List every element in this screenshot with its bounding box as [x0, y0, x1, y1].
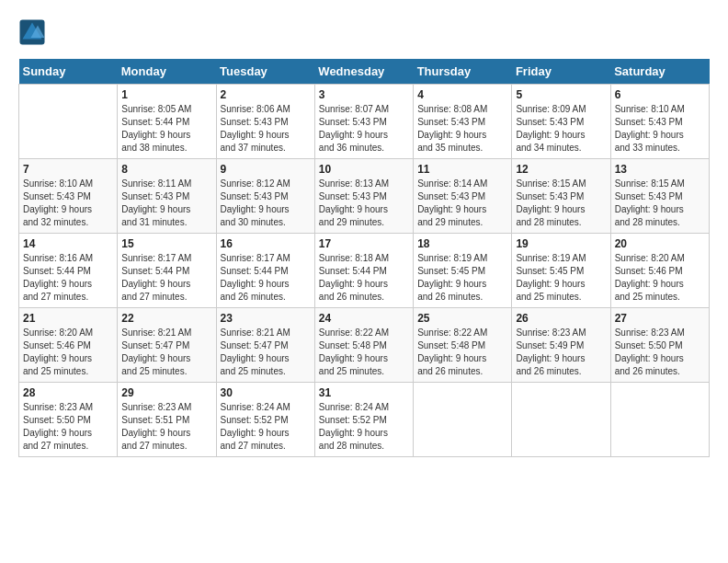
calendar-cell: 20Sunrise: 8:20 AM Sunset: 5:46 PM Dayli…: [610, 234, 709, 308]
calendar-cell: [610, 383, 709, 457]
calendar-week-row: 14Sunrise: 8:16 AM Sunset: 5:44 PM Dayli…: [19, 234, 710, 308]
top-section: [18, 18, 710, 50]
day-info: Sunrise: 8:08 AM Sunset: 5:43 PM Dayligh…: [417, 103, 507, 155]
day-number: 3: [319, 88, 409, 101]
day-number: 21: [23, 312, 113, 325]
calendar-header-cell: Monday: [118, 59, 216, 85]
day-number: 20: [615, 237, 705, 250]
calendar-cell: [414, 383, 512, 457]
day-info: Sunrise: 8:06 AM Sunset: 5:43 PM Dayligh…: [221, 103, 311, 155]
day-number: 19: [516, 237, 606, 250]
calendar-week-row: 1Sunrise: 8:05 AM Sunset: 5:44 PM Daylig…: [19, 85, 710, 159]
day-info: Sunrise: 8:12 AM Sunset: 5:43 PM Dayligh…: [221, 178, 311, 229]
calendar-cell: 28Sunrise: 8:23 AM Sunset: 5:50 PM Dayli…: [19, 383, 118, 457]
calendar-header: SundayMondayTuesdayWednesdayThursdayFrid…: [19, 59, 710, 85]
calendar-header-row: SundayMondayTuesdayWednesdayThursdayFrid…: [19, 59, 710, 85]
day-number: 22: [121, 312, 211, 325]
day-info: Sunrise: 8:24 AM Sunset: 5:52 PM Dayligh…: [221, 401, 311, 453]
day-number: 11: [417, 163, 507, 176]
day-info: Sunrise: 8:23 AM Sunset: 5:49 PM Dayligh…: [516, 327, 606, 378]
calendar-cell: 7Sunrise: 8:10 AM Sunset: 5:43 PM Daylig…: [19, 159, 118, 234]
calendar-cell: 19Sunrise: 8:19 AM Sunset: 5:45 PM Dayli…: [512, 234, 610, 308]
day-info: Sunrise: 8:17 AM Sunset: 5:44 PM Dayligh…: [121, 252, 211, 304]
day-number: 14: [23, 237, 113, 250]
day-info: Sunrise: 8:20 AM Sunset: 5:46 PM Dayligh…: [23, 327, 113, 378]
calendar-cell: 21Sunrise: 8:20 AM Sunset: 5:46 PM Dayli…: [19, 308, 118, 383]
day-info: Sunrise: 8:17 AM Sunset: 5:44 PM Dayligh…: [221, 252, 311, 304]
day-number: 30: [221, 386, 311, 399]
calendar-cell: 6Sunrise: 8:10 AM Sunset: 5:43 PM Daylig…: [610, 85, 709, 159]
calendar-cell: 31Sunrise: 8:24 AM Sunset: 5:52 PM Dayli…: [314, 383, 413, 457]
day-number: 24: [319, 312, 409, 325]
day-info: Sunrise: 8:23 AM Sunset: 5:50 PM Dayligh…: [615, 327, 705, 378]
day-info: Sunrise: 8:23 AM Sunset: 5:51 PM Dayligh…: [121, 401, 211, 453]
day-info: Sunrise: 8:16 AM Sunset: 5:44 PM Dayligh…: [23, 252, 113, 304]
calendar-cell: 27Sunrise: 8:23 AM Sunset: 5:50 PM Dayli…: [610, 308, 709, 383]
day-info: Sunrise: 8:09 AM Sunset: 5:43 PM Dayligh…: [516, 103, 606, 155]
day-number: 28: [23, 386, 113, 399]
calendar-cell: 25Sunrise: 8:22 AM Sunset: 5:48 PM Dayli…: [414, 308, 512, 383]
calendar-cell: 24Sunrise: 8:22 AM Sunset: 5:48 PM Dayli…: [314, 308, 413, 383]
day-number: 6: [615, 88, 705, 101]
day-info: Sunrise: 8:18 AM Sunset: 5:44 PM Dayligh…: [319, 252, 409, 304]
calendar-cell: 23Sunrise: 8:21 AM Sunset: 5:47 PM Dayli…: [216, 308, 314, 383]
day-number: 31: [319, 386, 409, 399]
calendar-week-row: 28Sunrise: 8:23 AM Sunset: 5:50 PM Dayli…: [19, 383, 710, 457]
calendar-header-cell: Wednesday: [314, 59, 413, 85]
day-info: Sunrise: 8:13 AM Sunset: 5:43 PM Dayligh…: [319, 178, 409, 229]
calendar-table: SundayMondayTuesdayWednesdayThursdayFrid…: [18, 59, 710, 457]
calendar-body: 1Sunrise: 8:05 AM Sunset: 5:44 PM Daylig…: [19, 85, 710, 457]
logo-icon: [18, 18, 46, 46]
day-number: 15: [121, 237, 211, 250]
day-info: Sunrise: 8:15 AM Sunset: 5:43 PM Dayligh…: [516, 178, 606, 229]
calendar-header-cell: Sunday: [19, 59, 118, 85]
day-number: 1: [121, 88, 211, 101]
day-number: 23: [221, 312, 311, 325]
calendar-header-cell: Thursday: [414, 59, 512, 85]
calendar-cell: 14Sunrise: 8:16 AM Sunset: 5:44 PM Dayli…: [19, 234, 118, 308]
day-number: 27: [615, 312, 705, 325]
day-number: 18: [417, 237, 507, 250]
calendar-cell: 17Sunrise: 8:18 AM Sunset: 5:44 PM Dayli…: [314, 234, 413, 308]
day-number: 10: [319, 163, 409, 176]
day-number: 4: [417, 88, 507, 101]
day-info: Sunrise: 8:05 AM Sunset: 5:44 PM Dayligh…: [121, 103, 211, 155]
calendar-cell: 18Sunrise: 8:19 AM Sunset: 5:45 PM Dayli…: [414, 234, 512, 308]
day-number: 7: [23, 163, 113, 176]
day-info: Sunrise: 8:15 AM Sunset: 5:43 PM Dayligh…: [615, 178, 705, 229]
day-number: 5: [516, 88, 606, 101]
calendar-cell: 11Sunrise: 8:14 AM Sunset: 5:43 PM Dayli…: [414, 159, 512, 234]
day-info: Sunrise: 8:19 AM Sunset: 5:45 PM Dayligh…: [516, 252, 606, 304]
calendar-cell: 26Sunrise: 8:23 AM Sunset: 5:49 PM Dayli…: [512, 308, 610, 383]
calendar-cell: 3Sunrise: 8:07 AM Sunset: 5:43 PM Daylig…: [314, 85, 413, 159]
calendar-cell: 30Sunrise: 8:24 AM Sunset: 5:52 PM Dayli…: [216, 383, 314, 457]
calendar-week-row: 21Sunrise: 8:20 AM Sunset: 5:46 PM Dayli…: [19, 308, 710, 383]
calendar-cell: 16Sunrise: 8:17 AM Sunset: 5:44 PM Dayli…: [216, 234, 314, 308]
day-number: 25: [417, 312, 507, 325]
day-info: Sunrise: 8:11 AM Sunset: 5:43 PM Dayligh…: [121, 178, 211, 229]
calendar-cell: 2Sunrise: 8:06 AM Sunset: 5:43 PM Daylig…: [216, 85, 314, 159]
calendar-cell: 5Sunrise: 8:09 AM Sunset: 5:43 PM Daylig…: [512, 85, 610, 159]
calendar-cell: 1Sunrise: 8:05 AM Sunset: 5:44 PM Daylig…: [118, 85, 216, 159]
day-number: 17: [319, 237, 409, 250]
day-number: 26: [516, 312, 606, 325]
calendar-cell: [19, 85, 118, 159]
day-number: 8: [121, 163, 211, 176]
day-info: Sunrise: 8:10 AM Sunset: 5:43 PM Dayligh…: [615, 103, 705, 155]
logo: [18, 18, 50, 46]
day-number: 29: [121, 386, 211, 399]
day-number: 12: [516, 163, 606, 176]
calendar-header-cell: Saturday: [610, 59, 709, 85]
day-info: Sunrise: 8:22 AM Sunset: 5:48 PM Dayligh…: [417, 327, 507, 378]
day-number: 2: [221, 88, 311, 101]
calendar-cell: 9Sunrise: 8:12 AM Sunset: 5:43 PM Daylig…: [216, 159, 314, 234]
calendar-cell: [512, 383, 610, 457]
day-info: Sunrise: 8:10 AM Sunset: 5:43 PM Dayligh…: [23, 178, 113, 229]
calendar-cell: 4Sunrise: 8:08 AM Sunset: 5:43 PM Daylig…: [414, 85, 512, 159]
calendar-cell: 15Sunrise: 8:17 AM Sunset: 5:44 PM Dayli…: [118, 234, 216, 308]
calendar-cell: 10Sunrise: 8:13 AM Sunset: 5:43 PM Dayli…: [314, 159, 413, 234]
calendar-cell: 8Sunrise: 8:11 AM Sunset: 5:43 PM Daylig…: [118, 159, 216, 234]
calendar-week-row: 7Sunrise: 8:10 AM Sunset: 5:43 PM Daylig…: [19, 159, 710, 234]
calendar-header-cell: Friday: [512, 59, 610, 85]
calendar-cell: 12Sunrise: 8:15 AM Sunset: 5:43 PM Dayli…: [512, 159, 610, 234]
